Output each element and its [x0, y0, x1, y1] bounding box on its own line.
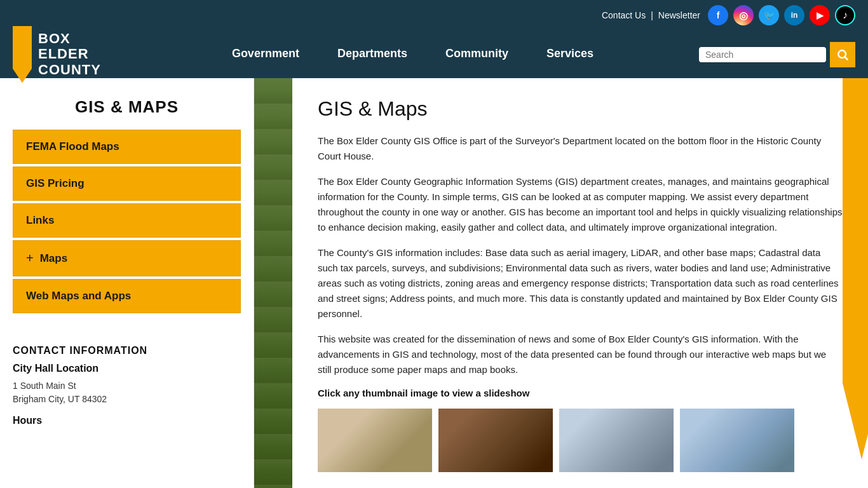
- thumbnail-3[interactable]: [559, 409, 674, 472]
- instagram-icon[interactable]: ◎: [733, 5, 754, 25]
- thumbnail-4[interactable]: [680, 409, 794, 472]
- page-title: GIS & Maps: [318, 97, 843, 121]
- logo-icon: [13, 26, 32, 83]
- thumbnail-1[interactable]: [318, 409, 432, 472]
- tiktok-icon[interactable]: ♪: [835, 5, 855, 25]
- sidebar-item-label: Links: [26, 214, 54, 227]
- content-paragraph-3: The County's GIS information includes: B…: [318, 245, 843, 322]
- sidebar-item-links[interactable]: Links: [13, 203, 241, 238]
- header-top-links: Contact Us | Newsletter: [602, 10, 700, 20]
- expand-icon: +: [26, 251, 34, 266]
- youtube-icon[interactable]: ▶: [810, 5, 830, 25]
- divider: |: [651, 10, 653, 20]
- contact-us-link[interactable]: Contact Us: [602, 10, 646, 20]
- logo[interactable]: BOX ELDER COUNTY: [13, 26, 101, 83]
- nav-community[interactable]: Community: [426, 30, 527, 78]
- logo-text: BOX ELDER COUNTY: [38, 31, 101, 78]
- content-paragraph-1: The Box Elder County GIS Office is part …: [318, 133, 843, 164]
- thumbnail-label: Click any thumbnail image to view a slid…: [318, 388, 843, 398]
- header-nav: BOX ELDER COUNTY Government Departments …: [0, 30, 868, 78]
- sidebar-item-gis-pricing[interactable]: GIS Pricing: [13, 166, 241, 201]
- nav-departments[interactable]: Departments: [318, 30, 426, 78]
- linkedin-icon[interactable]: in: [784, 5, 804, 25]
- search-area: [699, 47, 826, 62]
- background-image-strip: [254, 78, 292, 488]
- newsletter-link[interactable]: Newsletter: [658, 10, 700, 20]
- facebook-icon[interactable]: f: [708, 5, 728, 25]
- nav-government[interactable]: Government: [213, 30, 318, 78]
- yellow-accent-decoration: [843, 78, 868, 459]
- sidebar-item-label: FEMA Flood Maps: [26, 140, 119, 153]
- contact-location-title: City Hall Location: [13, 363, 241, 374]
- nav-services[interactable]: Services: [527, 30, 613, 78]
- header-top-bar: Contact Us | Newsletter f ◎ 🐦 in ▶ ♪: [0, 0, 868, 30]
- sidebar-item-web-maps-apps[interactable]: Web Maps and Apps: [13, 279, 241, 313]
- search-input[interactable]: [705, 50, 807, 60]
- contact-section: CONTACT INFORMATION City Hall Location 1…: [13, 332, 241, 426]
- social-icons: f ◎ 🐦 in ▶ ♪: [708, 5, 855, 25]
- twitter-icon[interactable]: 🐦: [759, 5, 779, 25]
- search-button[interactable]: [830, 42, 855, 67]
- sidebar-item-maps[interactable]: + Maps: [13, 240, 241, 276]
- sidebar-item-label: Maps: [40, 252, 67, 265]
- sidebar-item-fema-flood-maps[interactable]: FEMA Flood Maps: [13, 130, 241, 164]
- thumbnail-row: [318, 409, 843, 472]
- main-content: GIS & Maps The Box Elder County GIS Offi…: [292, 78, 868, 488]
- contact-address: 1 South Main St Brigham City, UT 84302: [13, 379, 241, 406]
- svg-line-1: [845, 57, 848, 60]
- sidebar: GIS & MAPS FEMA Flood Maps GIS Pricing L…: [0, 78, 254, 488]
- content-wrapper: GIS & MAPS FEMA Flood Maps GIS Pricing L…: [0, 78, 868, 488]
- thumbnail-2[interactable]: [438, 409, 553, 472]
- contact-title: CONTACT INFORMATION: [13, 345, 241, 356]
- sidebar-title: GIS & MAPS: [13, 91, 241, 130]
- hours-title: Hours: [13, 415, 241, 426]
- nav-items: Government Departments Community Service…: [126, 30, 699, 78]
- content-paragraph-2: The Box Elder County Geographic Informat…: [318, 174, 843, 235]
- sidebar-menu: FEMA Flood Maps GIS Pricing Links + Maps…: [13, 130, 241, 313]
- sidebar-item-label: GIS Pricing: [26, 177, 85, 190]
- sidebar-item-label: Web Maps and Apps: [26, 290, 131, 302]
- content-paragraph-4: This website was created for the dissemi…: [318, 332, 843, 377]
- svg-point-0: [838, 50, 846, 58]
